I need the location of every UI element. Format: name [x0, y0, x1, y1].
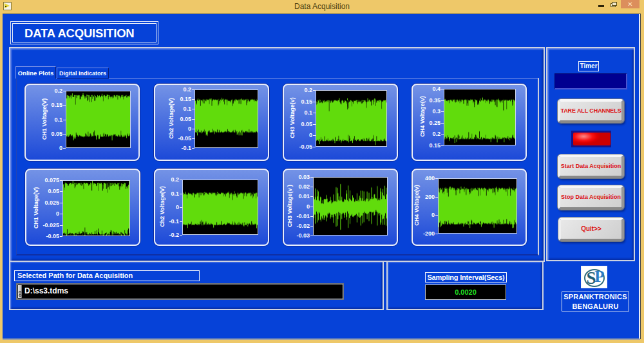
svg-text:P: P [594, 268, 604, 285]
